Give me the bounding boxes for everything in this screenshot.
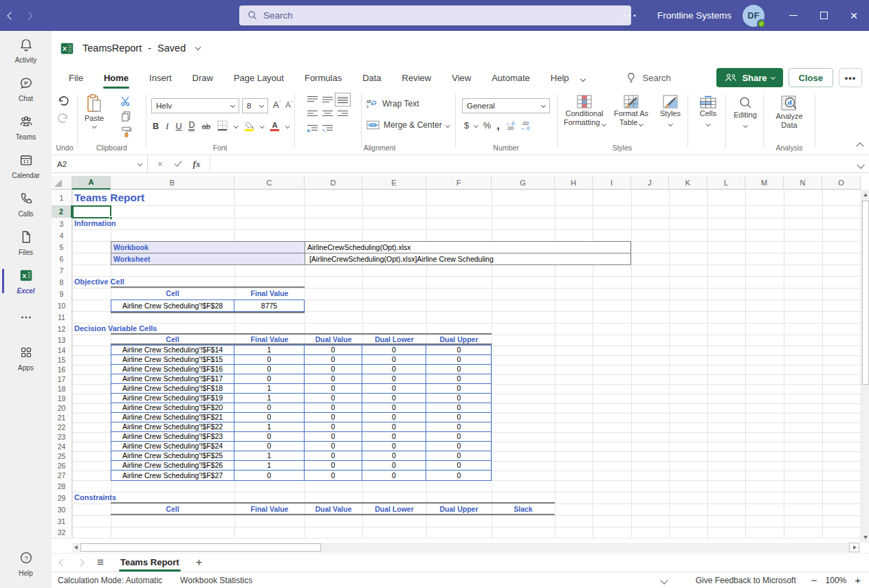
row-header-12[interactable]: 12 [52, 323, 72, 335]
horizontal-scroll-thumb[interactable] [80, 543, 321, 552]
vertical-scroll-thumb[interactable] [862, 201, 869, 385]
row-header-1[interactable]: 1 [52, 190, 72, 205]
decision-cell-ref[interactable]: Airline Crew Scheduling'!$F$27 [111, 471, 234, 480]
minimize-button[interactable] [778, 0, 808, 31]
decision-value[interactable]: 1 [234, 346, 305, 355]
decision-value[interactable]: 0 [305, 442, 362, 451]
column-header-A[interactable]: A [72, 176, 111, 190]
decision-value[interactable]: 0 [234, 374, 305, 384]
font-name-select[interactable]: Helv [151, 98, 239, 113]
italic-button[interactable]: I [166, 121, 168, 132]
borders-button[interactable] [217, 120, 228, 132]
calc-mode-status[interactable]: Calculation Mode: Automatic [58, 576, 162, 585]
title-chevron-icon[interactable] [195, 44, 201, 49]
row-header-11[interactable]: 11 [52, 311, 72, 323]
info-value[interactable]: [AirlineCrewScheduling(Opt).xlsx]Airline… [305, 253, 630, 265]
decision-value[interactable]: 1 [234, 384, 305, 394]
decision-value[interactable]: 0 [362, 374, 426, 384]
font-color-button[interactable]: A [270, 122, 279, 131]
sidebar-item-teams[interactable]: Teams [0, 108, 52, 146]
decision-value[interactable]: 0 [305, 374, 362, 384]
tab-data[interactable]: Data [352, 65, 391, 90]
decision-value[interactable]: 0 [362, 451, 426, 461]
decision-value[interactable]: 1 [234, 461, 305, 471]
row-header-6[interactable]: 6 [52, 253, 72, 264]
bold-button[interactable]: B [153, 122, 159, 131]
decision-value[interactable]: 0 [426, 346, 492, 355]
row-header-9[interactable]: 9 [52, 288, 72, 299]
tab-review[interactable]: Review [392, 65, 442, 90]
feedback-link[interactable]: Give Feedback to Microsoft [696, 576, 796, 585]
tab-view[interactable]: View [441, 65, 481, 90]
decision-value[interactable]: 0 [305, 384, 362, 394]
decision-value[interactable]: 0 [426, 355, 492, 365]
row-header-17[interactable]: 17 [52, 374, 72, 384]
paste-button[interactable]: Paste [85, 93, 104, 128]
decision-value[interactable]: 0 [305, 355, 362, 365]
row-header-21[interactable]: 21 [52, 413, 72, 422]
align-bottom-button[interactable] [338, 95, 348, 104]
decision-value[interactable]: 0 [305, 413, 362, 422]
column-header-K[interactable]: K [669, 176, 707, 190]
back-icon[interactable] [7, 12, 14, 19]
decision-cell-ref[interactable]: Airline Crew Scheduling'!$F$17 [111, 374, 234, 384]
decision-heading[interactable]: Decision Variable Cells [74, 323, 157, 334]
decision-value[interactable]: 0 [362, 384, 426, 394]
number-format-select[interactable]: General [462, 98, 550, 113]
more-tabs-chevron-icon[interactable] [581, 71, 585, 84]
decision-value[interactable]: 0 [305, 365, 362, 374]
prev-sheet-icon[interactable] [58, 558, 66, 566]
close-document-button[interactable]: Close [789, 68, 833, 87]
decision-value[interactable]: 1 [234, 451, 305, 461]
double-underline-button[interactable]: D [188, 121, 195, 131]
sidebar-item-calls[interactable]: Calls [0, 185, 52, 223]
scroll-right-button[interactable] [849, 543, 859, 552]
decision-cell-ref[interactable]: Airline Crew Scheduling'!$F$14 [111, 346, 234, 355]
objective-heading[interactable]: Objective Cell [74, 276, 124, 287]
collapse-ribbon-icon[interactable] [857, 142, 863, 150]
save-status[interactable]: Saved [157, 43, 186, 54]
decision-value[interactable]: 0 [362, 365, 426, 374]
column-header-I[interactable]: I [593, 176, 631, 190]
row-header-8[interactable]: 8 [52, 276, 72, 288]
all-sheets-icon[interactable]: ≡ [97, 556, 104, 569]
decision-value[interactable]: 0 [234, 365, 305, 374]
borders-chevron-icon[interactable] [234, 124, 238, 128]
teams-search-input[interactable]: Search [239, 5, 631, 25]
row-header-32[interactable]: 32 [52, 527, 72, 538]
row-header-7[interactable]: 7 [52, 264, 72, 276]
column-header-J[interactable]: J [631, 176, 669, 190]
decision-value[interactable]: 0 [426, 413, 492, 422]
analyze-data-button[interactable]: AnalyzeData [769, 94, 810, 130]
tell-me-search[interactable]: Search [625, 71, 671, 84]
decision-value[interactable]: 0 [426, 384, 492, 394]
decision-value[interactable]: 0 [305, 422, 362, 432]
status-chevron-icon[interactable] [661, 576, 667, 585]
decision-value[interactable]: 0 [426, 432, 492, 442]
next-sheet-icon[interactable] [76, 558, 84, 566]
ribbon-more-icon[interactable]: ••• [839, 68, 862, 87]
decrease-indent-button[interactable] [307, 124, 318, 133]
row-header-5[interactable]: 5 [52, 241, 72, 253]
font-size-select[interactable]: 8 [242, 98, 268, 113]
align-middle-button[interactable] [322, 95, 333, 104]
decision-cell-ref[interactable]: Airline Crew Scheduling'!$F$21 [111, 413, 234, 422]
copy-button[interactable] [120, 111, 132, 124]
titlebar-more-icon[interactable]: ··· [623, 10, 638, 22]
info-label[interactable]: Worksheet [111, 253, 305, 265]
insert-function-icon[interactable]: fx [193, 159, 201, 170]
decision-value[interactable]: 0 [362, 355, 426, 365]
font-color-chevron-icon[interactable] [285, 124, 289, 128]
editing-button[interactable]: Editing [729, 95, 761, 128]
sidebar-item-excel[interactable]: XExcel [0, 262, 52, 300]
row-header-2[interactable]: 2 [52, 205, 72, 218]
decision-cell-ref[interactable]: Airline Crew Scheduling'!$F$20 [111, 403, 234, 413]
merge-center-button[interactable]: Merge & Center [366, 120, 449, 130]
tab-automate[interactable]: Automate [481, 65, 540, 90]
sidebar-item-chat[interactable]: Chat [0, 69, 52, 108]
info-label[interactable]: Workbook [111, 242, 305, 253]
zoom-level[interactable]: 100% [826, 576, 847, 585]
decision-value[interactable]: 1 [234, 422, 305, 432]
decision-cell-ref[interactable]: Airline Crew Scheduling'!$F$25 [111, 451, 234, 461]
tab-page-layout[interactable]: Page Layout [223, 65, 294, 90]
